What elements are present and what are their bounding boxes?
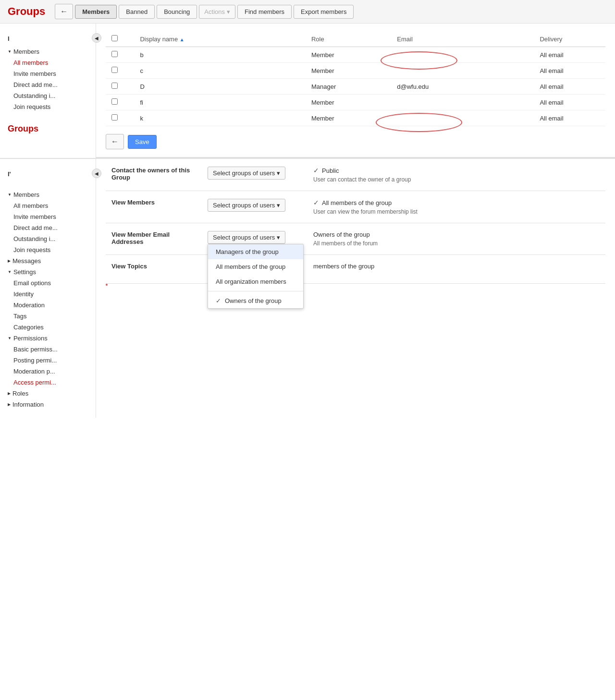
members-section-label: Members [13,48,39,55]
back-button-save[interactable]: ← [106,134,124,149]
sidebar2-permissions-section[interactable]: ▼ Permissions [0,333,96,344]
row-delivery-2: All email [534,79,605,95]
save-button[interactable]: Save [128,135,157,149]
col-header-email: Email [391,31,534,47]
select-groups-view-members-label: Select groups of users [213,202,275,209]
dropdown-org-members[interactable]: All organization members [208,274,303,289]
back-button-top[interactable]: ← [55,4,73,19]
perm-view-members-value: ✓ All members of the group User can view… [308,191,605,223]
table-row: k Member All email [106,110,605,126]
sidebar2-roles-section[interactable]: ▶ Roles [0,388,96,399]
sidebar2-all-members[interactable]: All members [0,200,96,211]
perm-row-view-members: View Members Select groups of users ▾ ✓ … [106,191,605,223]
select-groups-contact-label: Select groups of users [213,169,275,177]
dropdown-org-members-label: All organization members [216,278,286,285]
actions-dropdown[interactable]: Actions ▾ [199,5,235,19]
sidebar2-information-triangle: ▶ [8,402,11,407]
find-members-button[interactable]: Find members [237,5,292,19]
row-delivery-4: All email [534,110,605,126]
sidebar2-members-triangle: ▼ [8,193,12,197]
sidebar2-permissions-triangle: ▼ [8,336,12,340]
sidebar1-invite-members[interactable]: Invite members [0,68,96,79]
sidebar2-posting-perms[interactable]: Posting permi... [0,355,96,366]
sidebar2-join-requests[interactable]: Join requests [0,244,96,255]
select-groups-view-members-chevron: ▾ [277,202,280,209]
sidebar1-all-members[interactable]: All members [0,57,96,68]
actions-chevron-icon: ▾ [227,8,230,15]
sidebar2-invite-members[interactable]: Invite members [0,211,96,222]
perm-row-contact: Contact the owners of this Group Select … [106,159,605,191]
sidebar2-members-label: Members [13,191,39,198]
sidebar1-groups-label: Groups [0,120,96,138]
tab-members[interactable]: Members [75,5,117,19]
row-email-3 [391,95,534,110]
sidebar2-collapse[interactable]: ◀ [92,169,101,178]
sidebar2-direct-add[interactable]: Direct add me... [0,222,96,233]
select-groups-view-members-btn[interactable]: Select groups of users ▾ [208,199,285,212]
select-groups-contact-btn[interactable]: Select groups of users ▾ [208,167,285,180]
select-all-checkbox[interactable] [111,35,118,41]
sidebar2-basic-perms[interactable]: Basic permiss... [0,344,96,355]
sidebar2-members-section[interactable]: ▼ Members [0,189,96,200]
dropdown-separator [208,291,303,291]
sidebar2-information-section[interactable]: ▶ Information [0,399,96,410]
sidebar2-categories[interactable]: Categories [0,322,96,333]
row-delivery-1: All email [534,63,605,79]
top-toolbar: Groups ← Members Banned Bouncing Actions… [0,0,615,24]
row-email-4 [391,110,534,126]
section1-layout: ◀ I ▼ Members All members Invite members… [0,24,615,158]
row-name-2: D [134,79,306,95]
sidebar2-email-options[interactable]: Email options [0,278,96,289]
col-header-name: Display name ▲ [134,31,306,47]
row-email-0 [391,47,534,63]
table-row: D Manager d@wfu.edu All email [106,79,605,95]
sidebar1-outstanding[interactable]: Outstanding i... [0,90,96,101]
select-groups-dropdown: Managers of the group All members of the… [208,244,304,309]
dropdown-all-members[interactable]: All members of the group [208,259,303,274]
row-checkbox-3[interactable] [111,98,118,105]
sidebar2-messages-section[interactable]: ▶ Messages [0,255,96,266]
sidebar2-outstanding[interactable]: Outstanding i... [0,233,96,244]
perm-row-email-addresses: View Member Email Addresses Select group… [106,223,605,255]
row-checkbox-0[interactable] [111,51,118,57]
sidebar2-roles-label: Roles [12,390,28,397]
select-groups-email-btn[interactable]: Select groups of users ▾ [208,231,285,244]
sidebar2-moderation-perms[interactable]: Moderation p... [0,366,96,377]
sidebar1-direct-add[interactable]: Direct add me... [0,79,96,90]
sidebar1-join-requests[interactable]: Join requests [0,101,96,112]
sidebar1-members-section[interactable]: ▼ Members [0,46,96,57]
perm-email-label: View Member Email Addresses [106,223,202,255]
sort-arrow-icon: ▲ [180,37,184,42]
table-row: fi Member All email [106,95,605,110]
dropdown-owners[interactable]: ✓ Owners of the group [208,293,303,308]
table-row: c Member All email [106,63,605,79]
content-area-2: Contact the owners of this Group Select … [96,159,615,418]
row-role-3: Member [306,95,391,110]
dropdown-managers[interactable]: Managers of the group [208,244,303,259]
sidebar2-information-label: Information [12,401,44,408]
row-name-3: fi [134,95,306,110]
sidebar2-roles-triangle: ▶ [8,391,11,396]
perm-email-value: Owners of the group All members of the f… [308,223,605,255]
row-role-2: Manager [306,79,391,95]
row-email-2: d@wfu.edu [391,79,534,95]
members-table: Display name ▲ Role Email Delivery b Mem… [106,31,605,126]
row-checkbox-4[interactable] [111,114,118,121]
sidebar2-identity[interactable]: Identity [0,289,96,300]
sidebar2-settings-triangle: ▼ [8,270,12,274]
row-checkbox-2[interactable] [111,83,118,89]
section2-layout: ◀ I' ▼ Members All members Invite member… [0,158,615,418]
tab-bouncing[interactable]: Bouncing [157,5,197,19]
sidebar2-access-perms[interactable]: Access permi... [0,377,96,388]
tab-banned[interactable]: Banned [119,5,155,19]
sidebar2-settings-section[interactable]: ▼ Settings [0,266,96,278]
row-checkbox-1[interactable] [111,67,118,73]
content-area-1: Display name ▲ Role Email Delivery b Mem… [96,24,615,158]
sidebar2-tags[interactable]: Tags [0,311,96,322]
dropdown-owners-check: ✓ [216,297,221,304]
row-role-4: Member [306,110,391,126]
export-members-button[interactable]: Export members [294,5,354,19]
sidebar1-collapse[interactable]: ◀ [92,33,101,43]
members-triangle-icon: ▼ [8,49,12,54]
sidebar2-moderation[interactable]: Moderation [0,300,96,311]
